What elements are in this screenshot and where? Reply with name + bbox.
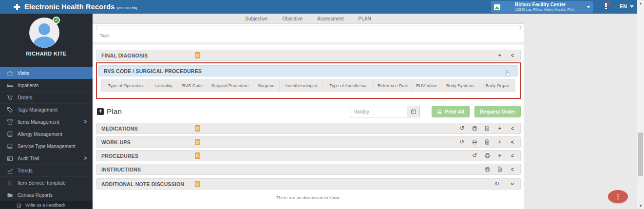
sidebar-item-item-service-template[interactable]: Item Service Template xyxy=(0,177,93,189)
file-icon[interactable] xyxy=(497,167,503,172)
column-header[interactable]: Body Systems xyxy=(441,79,479,92)
undo-icon[interactable]: ↺ xyxy=(472,153,477,159)
tab-subjective[interactable]: Subjective xyxy=(245,16,267,21)
calendar-button[interactable] xyxy=(407,106,420,117)
app-title: Electronic Health Records xyxy=(24,3,115,11)
file-icon[interactable] xyxy=(484,139,490,145)
medical-cross-icon xyxy=(14,4,20,10)
chevron-left-icon[interactable]: < xyxy=(510,167,515,172)
tab-objective[interactable]: Objective xyxy=(282,16,303,21)
rvs-code-header[interactable]: RVS CODE / SURGICAL PROCEDURES xyxy=(98,65,518,76)
chevron-down-icon xyxy=(587,6,590,8)
medications-header[interactable]: MEDICATIONS 0 ↺+< xyxy=(96,123,521,134)
plan-header-row: + Plan Print All Request Order xyxy=(96,103,521,120)
tab-plan[interactable]: PLAN xyxy=(359,16,371,21)
count-badge: 0 xyxy=(195,52,200,58)
sidebar-item-tags-management[interactable]: Tags Management xyxy=(0,104,93,116)
chart-icon xyxy=(7,168,13,174)
column-header[interactable]: Reference Date xyxy=(374,79,412,92)
scrollbar-thumb[interactable] xyxy=(638,133,643,176)
final-diagnosis-header[interactable]: FINAL DIAGNOSIS 0 +< xyxy=(96,50,521,61)
column-header[interactable]: RUV Value xyxy=(413,79,441,92)
app-version: (v9.0.107.58) xyxy=(117,6,137,10)
column-header[interactable]: Body Organ xyxy=(479,79,515,92)
column-header[interactable]: Type of Operation xyxy=(101,79,149,92)
scroll-down-arrow[interactable]: ▼ xyxy=(637,203,644,209)
undo-icon[interactable]: ↺ xyxy=(459,139,465,145)
validity-input[interactable] xyxy=(350,106,407,117)
sidebar-item-orders[interactable]: Orders xyxy=(0,92,93,104)
procedures-header[interactable]: PROCEDURES 0 ↺+< xyxy=(96,150,521,161)
plan-title: Plan xyxy=(107,107,122,116)
print-icon[interactable] xyxy=(484,153,490,159)
chevron-left-icon[interactable]: < xyxy=(510,126,515,132)
plus-icon[interactable]: + xyxy=(497,126,503,132)
column-header[interactable]: Anesthesiologist xyxy=(280,79,322,92)
print-all-button[interactable]: Print All xyxy=(432,106,470,117)
print-icon[interactable] xyxy=(484,167,490,172)
chevron-left-icon[interactable]: < xyxy=(510,53,515,58)
rvs-table-header-row: Type of Operation Laterality RVS Code Su… xyxy=(101,79,515,92)
vertical-scrollbar[interactable]: ▲ ▼ xyxy=(637,0,644,209)
book-icon xyxy=(7,143,13,150)
chevron-left-icon[interactable]: < xyxy=(510,153,515,159)
tab-assessment[interactable]: Assessment xyxy=(317,16,343,21)
chevron-right-icon: > xyxy=(84,155,87,162)
chevron-down-icon[interactable]: < xyxy=(510,181,515,187)
sidebar-item-allergy-management[interactable]: Allergy Management xyxy=(0,128,93,140)
sidebar-item-label: Item Service Template xyxy=(18,180,66,186)
app-header: Electronic Health Records (v9.0.107.58) … xyxy=(0,0,637,14)
print-icon[interactable] xyxy=(472,139,477,145)
language-label: EN xyxy=(620,3,627,9)
column-header[interactable]: Surgeon xyxy=(253,79,280,92)
plus-icon[interactable]: + xyxy=(497,139,503,145)
calendar-icon xyxy=(411,109,417,114)
refresh-icon[interactable]: ↻ xyxy=(494,181,500,187)
column-header[interactable]: Type of Anesthesia xyxy=(322,79,374,92)
request-order-button[interactable]: Request Order xyxy=(474,106,521,117)
column-header[interactable]: RVS Code xyxy=(178,79,207,92)
sidebar-item-audit-trail[interactable]: Audit Trail > xyxy=(0,152,93,165)
sidebar-item-trends[interactable]: Trends xyxy=(0,165,93,177)
sidebar-item-visits[interactable]: Visits xyxy=(0,67,93,79)
facility-selector[interactable]: Bizbox Facility Center 12345 Las Piñas, … xyxy=(491,1,593,13)
main-content: Subjective Objective Assessment PLAN Tag… xyxy=(93,14,524,209)
hand-pointer-cursor-icon xyxy=(504,69,512,80)
floating-action-button[interactable]: ⋮ xyxy=(608,190,628,203)
column-header[interactable]: Laterality xyxy=(149,79,178,92)
chevron-left-icon[interactable]: < xyxy=(510,139,515,145)
chevron-down-icon xyxy=(630,5,634,8)
bed-icon xyxy=(7,82,13,89)
section-title: PROCEDURES xyxy=(101,153,195,159)
scroll-up-arrow[interactable]: ▲ xyxy=(637,0,644,6)
sidebar-item-census-reports[interactable]: Census Reports xyxy=(0,189,93,201)
page-background: ⋮ xyxy=(524,14,637,209)
sidebar-item-label: Items Management xyxy=(18,119,59,125)
sidebar-item-label: Tags Management xyxy=(18,107,57,113)
note-text-input[interactable] xyxy=(96,25,521,30)
column-header[interactable]: Surgical Procedure xyxy=(207,79,253,92)
facility-name: Bizbox Facility Center xyxy=(515,2,584,7)
sidebar-item-service-type-management[interactable]: Service Type Management xyxy=(0,140,93,152)
language-selector[interactable]: EN xyxy=(620,3,634,9)
plus-icon[interactable]: + xyxy=(497,53,503,58)
undo-icon[interactable]: ↺ xyxy=(459,126,465,132)
instructions-header[interactable]: INSTRUCTIONS < xyxy=(96,164,521,175)
tag-icon xyxy=(7,107,13,113)
sidebar-item-items-management[interactable]: Items Management > xyxy=(0,116,93,128)
note-section-tabs: Subjective Objective Assessment PLAN xyxy=(93,14,524,24)
plus-square-icon[interactable]: + xyxy=(97,108,104,115)
user-name: RICHARD KITE xyxy=(0,51,93,57)
plus-icon[interactable]: + xyxy=(497,153,503,159)
section-title: MEDICATIONS xyxy=(101,126,195,132)
sidebar-item-write-feedback[interactable]: Write us a Feedback xyxy=(0,201,93,209)
sidebar-item-inpatients[interactable]: Inpatients xyxy=(0,79,93,92)
workups-header[interactable]: WORK-UPS 0 ↺+< xyxy=(96,136,521,148)
user-subtitle: .. xyxy=(0,58,93,63)
validity-field-group xyxy=(350,106,420,117)
dots-vertical-icon: ⋮ xyxy=(615,194,621,199)
file-icon[interactable] xyxy=(484,126,490,132)
additional-note-discussion-header[interactable]: ADDITIONAL NOTE DISCUSSION 0 ↻< xyxy=(96,178,521,190)
section-title: INSTRUCTIONS xyxy=(101,167,195,172)
print-icon[interactable] xyxy=(472,126,477,132)
